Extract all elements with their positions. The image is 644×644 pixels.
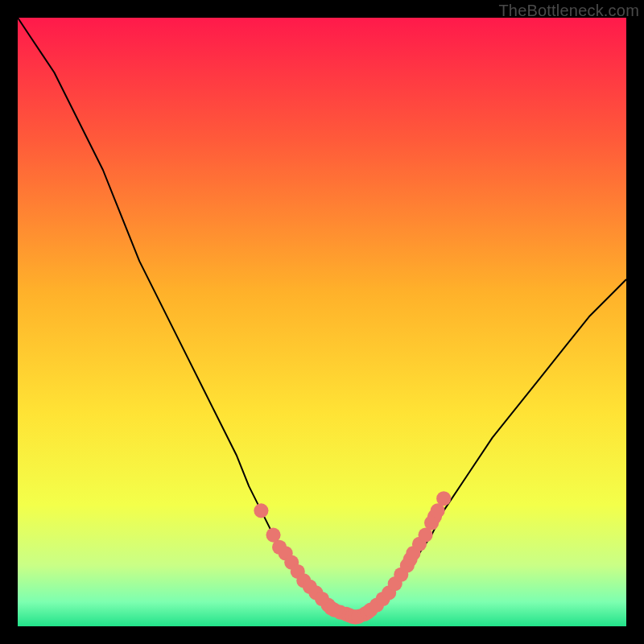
data-dot <box>436 491 451 506</box>
chart-frame: TheBottleneck.com <box>0 0 644 644</box>
data-dot <box>254 503 268 518</box>
chart-svg <box>18 18 626 626</box>
chart-background <box>18 18 626 626</box>
chart-plot <box>18 18 626 626</box>
